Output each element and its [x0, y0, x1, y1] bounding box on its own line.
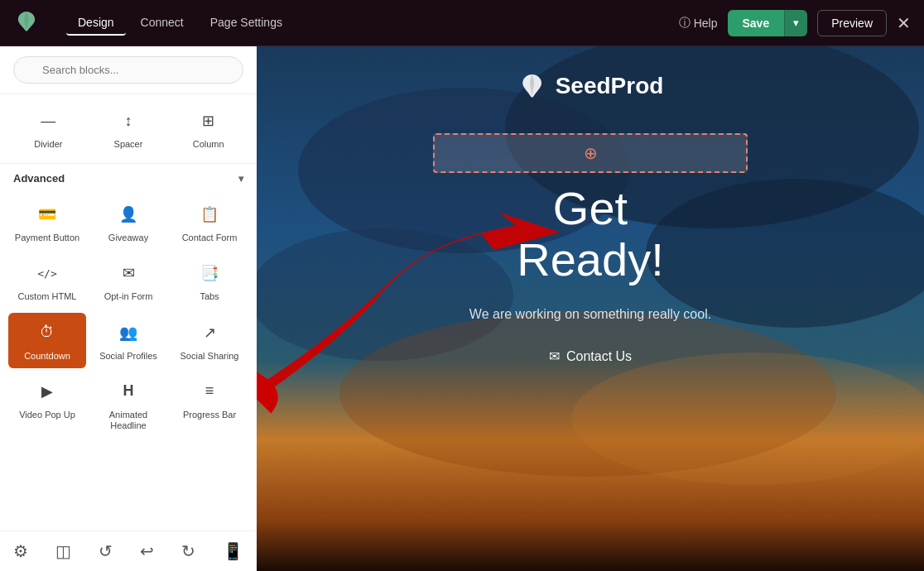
block-giveaway[interactable]: 👤 Giveaway: [89, 194, 167, 250]
giveaway-icon: 👤: [115, 201, 142, 228]
top-navigation: Design Connect Page Settings ⓘ Help Save…: [0, 0, 924, 46]
opt-in-form-icon: ✉: [115, 260, 142, 286]
payment-button-icon: 💳: [34, 201, 60, 228]
logo-text: SeedProd: [556, 73, 664, 99]
animated-headline-icon: H: [115, 378, 142, 405]
envelope-icon: ✉: [549, 348, 560, 364]
opt-in-form-label: Opt-in Form: [104, 291, 153, 302]
drop-plus-icon: ⊕: [584, 143, 598, 163]
history-tool[interactable]: ↺: [92, 538, 119, 564]
sidebar-bottom-toolbar: ⚙ ◫ ↺ ↩ ↻ 📱: [0, 530, 257, 571]
tab-page-settings[interactable]: Page Settings: [199, 11, 294, 36]
tabs-label: Tabs: [200, 291, 219, 302]
payment-button-label: Payment Button: [15, 233, 79, 243]
progress-bar-icon: ≡: [196, 378, 223, 405]
nav-right: ⓘ Help Save ▾ Preview ✕: [679, 10, 911, 36]
canvas-subheading: We are working on something really cool.: [469, 307, 711, 322]
seedprod-logo: SeedProd: [517, 71, 664, 101]
layers-tool[interactable]: ◫: [49, 538, 78, 564]
contact-form-label: Contact Form: [182, 233, 238, 243]
advanced-section-header: Advanced ▾: [0, 164, 257, 190]
column-label: Column: [193, 139, 224, 150]
block-spacer[interactable]: ↕ Spacer: [95, 101, 161, 156]
canvas-heading: GetReady!: [517, 183, 663, 285]
preview-button[interactable]: Preview: [817, 10, 887, 36]
chevron-down-icon: ▾: [238, 173, 243, 185]
search-bar: 🔍: [0, 46, 257, 94]
block-progress-bar[interactable]: ≡ Progress Bar: [171, 372, 248, 438]
column-icon: ⊞: [195, 108, 222, 134]
countdown-label: Countdown: [24, 351, 70, 362]
block-opt-in-form[interactable]: ✉ Opt-in Form: [89, 253, 167, 309]
help-icon: ⓘ: [679, 16, 691, 31]
advanced-blocks-grid: 💳 Payment Button 👤 Giveaway 📋 Contact Fo…: [0, 190, 257, 443]
custom-html-label: Custom HTML: [18, 291, 77, 302]
spacer-label: Spacer: [114, 139, 143, 150]
video-pop-up-label: Video Pop Up: [19, 410, 75, 420]
social-sharing-icon: ↗: [196, 319, 223, 346]
canvas-background: SeedProd ⊕ GetReady! We are working on s…: [257, 46, 924, 571]
block-countdown[interactable]: ⏱ Countdown: [8, 313, 86, 368]
block-column[interactable]: ⊞ Column: [176, 101, 242, 156]
social-profiles-label: Social Profiles: [99, 351, 157, 362]
logo: [13, 8, 40, 38]
progress-bar-label: Progress Bar: [183, 410, 236, 420]
countdown-icon: ⏱: [34, 319, 60, 346]
main-layout: 🔍 — Divider ↕ Spacer ⊞ Column: [0, 46, 924, 571]
divider-icon: —: [35, 108, 61, 134]
tabs-icon: 📑: [196, 260, 223, 286]
block-animated-headline[interactable]: H Animated Headline: [89, 372, 167, 438]
block-contact-form[interactable]: 📋 Contact Form: [171, 194, 248, 250]
redo-tool[interactable]: ↻: [175, 538, 202, 564]
block-tabs[interactable]: 📑 Tabs: [171, 253, 248, 309]
save-button[interactable]: Save: [728, 10, 785, 36]
nav-tabs: Design Connect Page Settings: [66, 11, 294, 36]
video-pop-up-icon: ▶: [34, 378, 60, 405]
custom-html-icon: </>: [34, 260, 60, 286]
advanced-label: Advanced: [13, 172, 65, 185]
tab-design[interactable]: Design: [66, 11, 126, 36]
contact-form-icon: 📋: [196, 201, 223, 228]
contact-us-link[interactable]: ✉ Contact Us: [549, 348, 632, 364]
block-custom-html[interactable]: </> Custom HTML: [8, 253, 86, 309]
search-input[interactable]: [13, 56, 243, 84]
close-button[interactable]: ✕: [897, 13, 911, 33]
block-social-sharing[interactable]: ↗ Social Sharing: [171, 313, 248, 368]
social-sharing-label: Social Sharing: [180, 351, 239, 362]
giveaway-label: Giveaway: [108, 233, 148, 243]
animated-headline-label: Animated Headline: [94, 410, 162, 431]
block-divider[interactable]: — Divider: [15, 101, 81, 156]
canvas-area: SeedProd ⊕ GetReady! We are working on s…: [257, 46, 924, 571]
basic-blocks-row: — Divider ↕ Spacer ⊞ Column: [0, 94, 257, 164]
save-dropdown-button[interactable]: ▾: [784, 10, 807, 36]
help-button[interactable]: ⓘ Help: [679, 16, 718, 31]
save-button-group: Save ▾: [728, 10, 808, 36]
svg-point-6: [571, 353, 924, 485]
drop-zone[interactable]: ⊕: [433, 133, 748, 173]
divider-label: Divider: [34, 139, 62, 150]
spacer-icon: ↕: [115, 108, 142, 134]
sidebar: 🔍 — Divider ↕ Spacer ⊞ Column: [0, 46, 257, 571]
contact-us-label: Contact Us: [566, 349, 632, 364]
settings-tool[interactable]: ⚙: [7, 538, 35, 564]
block-social-profiles[interactable]: 👥 Social Profiles: [89, 313, 167, 368]
block-payment-button[interactable]: 💳 Payment Button: [8, 194, 86, 250]
block-video-pop-up[interactable]: ▶ Video Pop Up: [8, 372, 86, 438]
undo-tool[interactable]: ↩: [133, 538, 161, 564]
tab-connect[interactable]: Connect: [129, 11, 195, 36]
responsive-tool[interactable]: 📱: [216, 538, 250, 564]
social-profiles-icon: 👥: [115, 319, 142, 346]
blocks-list: — Divider ↕ Spacer ⊞ Column Advanced ▾: [0, 94, 257, 530]
